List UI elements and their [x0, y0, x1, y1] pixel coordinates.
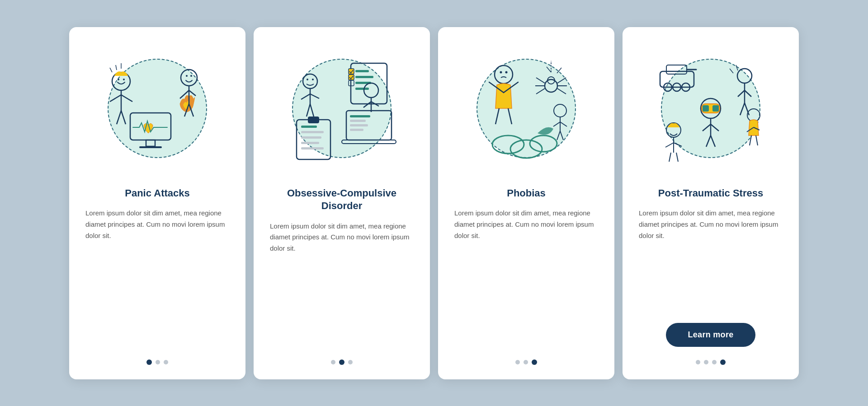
svg-rect-26 [355, 88, 369, 90]
svg-rect-35 [350, 129, 363, 131]
svg-line-9 [117, 111, 121, 124]
svg-line-111 [674, 143, 682, 146]
illustration-panic-attacks [94, 41, 221, 176]
dot-1 [515, 360, 520, 364]
dot-2 [339, 359, 344, 365]
illustration-ocd [278, 41, 405, 176]
svg-line-8 [121, 95, 132, 102]
svg-line-112 [669, 153, 671, 162]
svg-line-102 [745, 103, 749, 115]
svg-line-87 [703, 124, 711, 131]
svg-point-62 [545, 79, 557, 92]
dots-row-ptsd [696, 356, 726, 365]
svg-line-64 [536, 78, 545, 83]
svg-line-67 [557, 78, 566, 83]
svg-line-16 [189, 90, 196, 96]
svg-line-53 [307, 104, 310, 117]
card-ocd: Obsessive-Compulsive Disorder Lorem ipsu… [254, 27, 430, 379]
card-panic-attacks: Panic Attacks Lorem ipsum dolor sit dim … [69, 27, 245, 379]
svg-point-13 [190, 75, 192, 77]
svg-rect-43 [301, 131, 324, 133]
svg-line-78 [557, 131, 560, 140]
learn-more-button[interactable]: Learn more [666, 323, 755, 347]
svg-line-59 [508, 108, 512, 124]
svg-rect-84 [703, 105, 709, 112]
svg-rect-2 [139, 146, 162, 148]
dot-1 [331, 360, 335, 364]
svg-line-52 [310, 94, 319, 98]
svg-rect-44 [301, 136, 321, 139]
svg-rect-32 [350, 115, 370, 117]
svg-line-69 [557, 89, 566, 94]
card-phobias: Phobias Lorem ipsum dolor sit dim amet, … [438, 27, 614, 379]
svg-line-38 [363, 102, 371, 107]
svg-line-77 [560, 122, 567, 126]
dots-row-phobias [515, 356, 537, 365]
card-text-ocd: Lorem ipsum dolor sit dim amet, mea regi… [270, 221, 414, 345]
dot-3 [348, 360, 353, 364]
svg-line-114 [730, 69, 733, 73]
svg-point-36 [364, 83, 378, 98]
svg-line-88 [711, 124, 719, 131]
svg-line-115 [736, 65, 738, 70]
dot-2 [704, 360, 708, 364]
dots-row-ocd [331, 356, 353, 365]
dot-4 [720, 359, 726, 365]
card-ptsd: Post-Traumatic Stress Lorem ipsum dolor … [623, 27, 799, 379]
svg-rect-28 [349, 75, 354, 80]
svg-line-66 [536, 89, 545, 94]
svg-line-76 [553, 122, 560, 126]
svg-line-100 [745, 90, 751, 97]
illustration-ptsd [647, 41, 774, 176]
svg-rect-23 [355, 70, 369, 72]
svg-line-58 [495, 108, 499, 124]
svg-rect-34 [350, 124, 368, 126]
svg-line-90 [711, 135, 715, 147]
svg-point-47 [303, 74, 317, 89]
dot-1 [696, 360, 700, 364]
svg-point-97 [737, 69, 752, 83]
svg-point-49 [312, 79, 314, 80]
card-title-phobias: Phobias [507, 187, 546, 200]
dot-3 [712, 360, 717, 364]
svg-point-11 [181, 70, 197, 86]
svg-line-79 [560, 131, 563, 140]
card-title-panic-attacks: Panic Attacks [125, 187, 189, 200]
svg-point-60 [500, 71, 502, 73]
svg-line-99 [738, 90, 745, 97]
svg-point-55 [495, 65, 513, 84]
svg-line-19 [110, 68, 112, 72]
svg-point-12 [186, 75, 188, 77]
card-text-phobias: Lorem ipsum dolor sit dim amet, mea regi… [454, 208, 598, 345]
dot-2 [524, 360, 528, 364]
svg-point-72 [510, 140, 542, 158]
svg-point-4 [118, 79, 119, 80]
cards-container: Panic Attacks Lorem ipsum dolor sit dim … [42, 9, 826, 397]
card-text-panic-attacks: Lorem ipsum dolor sit dim amet, mea regi… [85, 208, 229, 345]
svg-line-101 [740, 103, 745, 115]
svg-line-81 [557, 68, 561, 73]
svg-point-48 [307, 79, 308, 80]
svg-point-5 [123, 79, 125, 80]
svg-line-10 [121, 111, 126, 124]
svg-rect-41 [308, 117, 319, 123]
dot-3 [164, 360, 168, 364]
svg-rect-45 [301, 142, 319, 144]
svg-rect-46 [301, 147, 324, 149]
svg-line-113 [676, 153, 678, 162]
svg-rect-27 [349, 69, 354, 74]
illustration-phobias [463, 41, 590, 176]
svg-line-107 [756, 135, 758, 145]
svg-point-61 [505, 71, 508, 73]
dot-2 [156, 360, 160, 364]
svg-line-20 [116, 65, 117, 70]
svg-rect-92 [666, 65, 687, 74]
dots-row-panic-attacks [146, 356, 168, 365]
svg-rect-1 [146, 140, 155, 146]
svg-point-73 [530, 135, 557, 152]
svg-rect-33 [350, 120, 366, 122]
card-title-ocd: Obsessive-Compulsive Disorder [270, 187, 414, 213]
svg-line-110 [665, 143, 674, 147]
svg-point-71 [492, 135, 524, 154]
card-text-ptsd: Lorem ipsum dolor sit dim amet, mea regi… [639, 208, 783, 312]
